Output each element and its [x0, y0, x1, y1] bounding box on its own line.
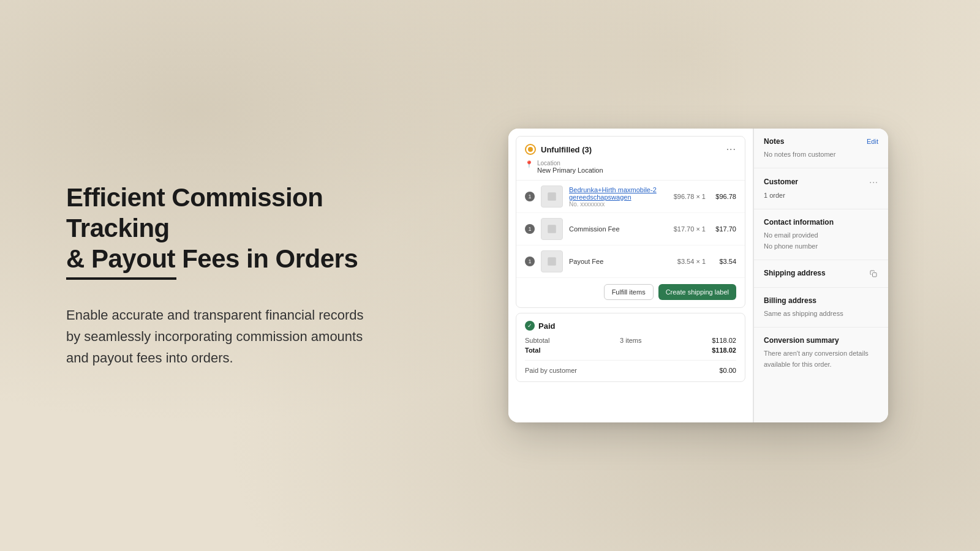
svg-rect-1 [548, 225, 556, 233]
right-section: Unfulfilled (3) ··· 📍 Location New Prima… [429, 104, 980, 447]
item-name: Commission Fee [569, 225, 668, 233]
contact-email: No email provided [764, 229, 878, 240]
billing-title: Billing address [764, 296, 816, 305]
item-price: $3.54 × 1 [677, 258, 706, 265]
item-image [541, 186, 563, 208]
customer-header: Customer ··· [764, 177, 878, 187]
copy-icon[interactable] [869, 269, 878, 279]
fulfill-items-button[interactable]: Fulfill items [604, 284, 654, 300]
order-item: 1 Bedrunka+Hirth maxmobile-2 gereedschap… [516, 181, 745, 213]
location-row: 📍 Location New Primary Location [516, 160, 745, 180]
item-details: Payout Fee [569, 258, 671, 265]
paid-by-label: Paid by customer [525, 367, 577, 374]
item-image [541, 218, 563, 240]
unfulfilled-dots-menu[interactable]: ··· [726, 144, 736, 155]
contact-header: Contact information [764, 218, 878, 227]
paid-section: ✓ Paid Subtotal 3 items $118.02 Total $1… [516, 313, 745, 382]
sidebar-panel: Notes Edit No notes from customer Custom… [753, 129, 888, 422]
item-total: $3.54 [712, 258, 736, 265]
fulfill-actions: Fulfill items Create shipping label [516, 278, 745, 307]
customer-orders: 1 order [764, 192, 785, 199]
location-text: Location New Primary Location [537, 160, 603, 174]
sidebar-customer-section: Customer ··· 1 order [754, 168, 888, 209]
item-qty-badge: 1 [525, 224, 535, 234]
paid-label: Paid [538, 321, 555, 331]
unfulfilled-section: Unfulfilled (3) ··· 📍 Location New Prima… [516, 136, 745, 308]
notes-edit-link[interactable]: Edit [867, 138, 878, 145]
subtotal-value: $118.02 [712, 337, 736, 344]
order-panel: Unfulfilled (3) ··· 📍 Location New Prima… [508, 129, 753, 422]
paid-rows: Subtotal 3 items $118.02 Total $118.02 P… [525, 337, 736, 374]
item-total: $96.78 [712, 193, 736, 200]
main-title: Efficient Commission Tracking & Payout F… [66, 182, 380, 280]
billing-content: Same as shipping address [764, 310, 843, 317]
subtotal-label: Subtotal [525, 337, 549, 344]
shipping-address-content: Shipping address [764, 269, 878, 279]
conversion-title: Conversion summary [764, 336, 839, 345]
unfulfilled-header-left: Unfulfilled (3) [525, 144, 592, 155]
item-details: Commission Fee [569, 225, 668, 233]
sidebar-conversion-section: Conversion summary There aren't any conv… [754, 328, 888, 378]
paid-row-total: Total $118.02 [525, 347, 736, 354]
order-item: 1 Payout Fee $3.54 × 1 $3.54 [516, 246, 745, 278]
checkmark-icon: ✓ [527, 323, 532, 329]
item-price: $17.70 × 1 [674, 225, 706, 233]
unfulfilled-icon [525, 144, 536, 155]
paid-icon: ✓ [525, 321, 535, 331]
conversion-content: There aren't any conversion details avai… [764, 350, 869, 368]
sidebar-shipping-section: Shipping address [754, 260, 888, 288]
sidebar-notes-section: Notes Edit No notes from customer [754, 129, 888, 168]
left-section: Efficient Commission Tracking & Payout F… [0, 133, 429, 418]
item-image [541, 250, 563, 272]
paid-row-subtotal: Subtotal 3 items $118.02 [525, 337, 736, 344]
location-label: Location [537, 160, 603, 167]
customer-dots-menu[interactable]: ··· [869, 177, 878, 187]
notes-content: No notes from customer [764, 151, 835, 158]
sidebar-billing-section: Billing address Same as shipping address [754, 288, 888, 328]
order-item: 1 Commission Fee $17.70 × 1 $17.70 [516, 213, 745, 246]
item-name: Payout Fee [569, 258, 671, 265]
contact-phone: No phone number [764, 240, 878, 251]
item-qty-badge: 1 [525, 257, 535, 266]
notes-header: Notes Edit [764, 137, 878, 146]
order-items: 1 Bedrunka+Hirth maxmobile-2 gereedschap… [516, 180, 745, 278]
paid-row-customer: Paid by customer $0.00 [525, 367, 736, 374]
ui-window: Unfulfilled (3) ··· 📍 Location New Prima… [508, 129, 888, 422]
location-icon: 📍 [525, 160, 533, 168]
shipping-address-title: Shipping address [764, 269, 826, 277]
main-description: Enable accurate and transparent financia… [66, 304, 380, 369]
svg-rect-0 [548, 192, 556, 201]
create-shipping-label-button[interactable]: Create shipping label [658, 284, 736, 300]
svg-rect-2 [548, 257, 556, 266]
item-variant: No. xxxxxxxx [569, 201, 668, 208]
unfulfilled-title: Unfulfilled (3) [541, 145, 592, 154]
paid-divider [525, 360, 736, 361]
billing-header: Billing address [764, 296, 878, 305]
title-divider [66, 277, 176, 280]
customer-title: Customer [764, 178, 798, 186]
item-name[interactable]: Bedrunka+Hirth maxmobile-2 gereedschapsw… [569, 186, 668, 201]
item-details: Bedrunka+Hirth maxmobile-2 gereedschapsw… [569, 186, 668, 208]
contact-title: Contact information [764, 218, 834, 227]
item-total: $17.70 [712, 225, 736, 233]
paid-header: ✓ Paid [525, 321, 736, 331]
subtotal-items: 3 items [620, 337, 641, 344]
total-label: Total [525, 347, 540, 354]
conversion-header: Conversion summary [764, 336, 878, 345]
item-price: $96.78 × 1 [674, 193, 706, 200]
paid-by-value: $0.00 [719, 367, 736, 374]
sidebar-contact-section: Contact information No email provided No… [754, 209, 888, 260]
total-value: $118.02 [712, 347, 736, 354]
location-name: New Primary Location [537, 167, 603, 174]
item-qty-badge: 1 [525, 192, 535, 201]
notes-title: Notes [764, 137, 784, 146]
svg-rect-3 [873, 273, 877, 277]
